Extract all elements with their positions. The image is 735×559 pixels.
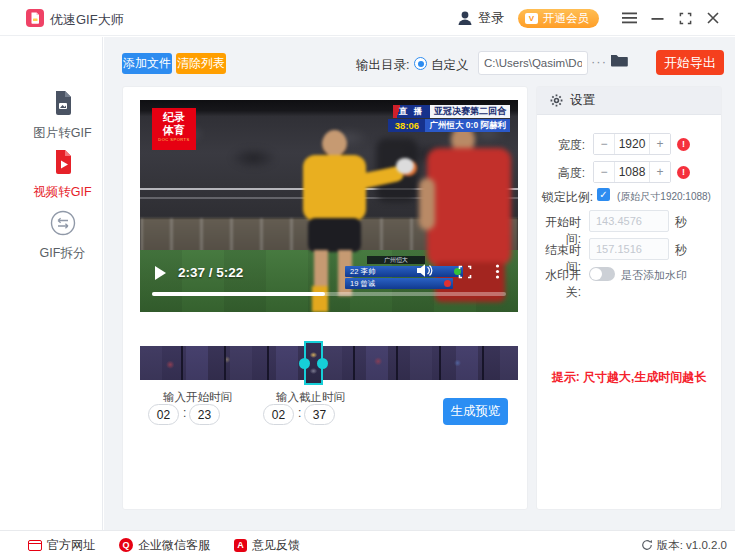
substitution-player-in: 22 李帅: [345, 266, 463, 277]
video-player: 纪录 体育 DOC SPORTS 直 播 亚冠决赛第二回合 38:06 广州恒大…: [140, 100, 518, 312]
custom-dir-label[interactable]: 自定义: [431, 57, 469, 74]
open-folder-icon[interactable]: [610, 52, 628, 68]
fullscreen-icon[interactable]: [458, 265, 472, 279]
menu-button[interactable]: [615, 0, 643, 36]
feedback-link[interactable]: A 意见反馈: [234, 537, 300, 554]
volume-icon[interactable]: [416, 263, 433, 278]
add-file-button[interactable]: 添加文件: [122, 53, 172, 74]
start-export-button[interactable]: 开始导出: [656, 50, 724, 75]
sidebar-item-label: GIF拆分: [22, 245, 103, 262]
feedback-label: 意见反馈: [252, 537, 300, 554]
live-badge: 直 播: [393, 105, 430, 118]
timeline-selection[interactable]: [304, 341, 323, 385]
version-info: 版本: v1.0.2.0: [641, 538, 727, 553]
sidebar-item-image-to-gif[interactable]: 图片转GIF: [0, 90, 103, 142]
height-value[interactable]: 1088: [614, 162, 650, 182]
wechat-service-label: 企业微信客服: [138, 537, 210, 554]
user-icon: [457, 10, 473, 26]
sidebar: 图片转GIF 视频转GIF GIF拆分: [0, 37, 103, 530]
output-path-input[interactable]: [478, 51, 588, 75]
end-time-value-input[interactable]: [589, 238, 669, 260]
sidebar-item-video-to-gif[interactable]: 视频转GIF: [0, 149, 103, 201]
lock-ratio-checkbox[interactable]: ✓: [597, 188, 610, 201]
feedback-icon: A: [234, 539, 247, 552]
custom-dir-radio[interactable]: [414, 57, 427, 70]
start-second-input[interactable]: [189, 404, 220, 425]
refresh-icon[interactable]: [641, 539, 653, 551]
sidebar-item-label: 图片转GIF: [22, 125, 103, 142]
start-minute-input[interactable]: [148, 404, 179, 425]
login-button[interactable]: 登录: [457, 9, 504, 27]
wechat-service-icon: Q: [119, 538, 133, 552]
match-clock: 38:06: [388, 119, 425, 132]
app-window: 优速GIF大师 登录 V 开通会员: [0, 0, 735, 559]
browse-more-button[interactable]: ···: [591, 54, 607, 69]
height-warning-icon: !: [677, 166, 690, 179]
goalkeeper-glove: [396, 158, 414, 174]
end-second-input[interactable]: [304, 404, 335, 425]
close-button[interactable]: [699, 0, 727, 36]
footer-bar: 官方网址 Q 企业微信客服 A 意见反馈 版本: v1.0.2.0: [0, 530, 735, 559]
settings-title: 设置: [570, 92, 595, 109]
generate-preview-button[interactable]: 生成预览: [443, 398, 508, 425]
vip-badge-icon: V: [525, 13, 538, 24]
wechat-service-link[interactable]: Q 企业微信客服: [119, 537, 210, 554]
watermark-toggle[interactable]: [589, 267, 615, 281]
match-title: 亚冠决赛第二回合: [430, 105, 510, 118]
titlebar-actions: 登录 V 开通会员: [457, 0, 735, 36]
height-stepper: − 1088 +: [593, 161, 671, 183]
player-in-label: 22 李帅: [350, 267, 375, 276]
vip-button[interactable]: V 开通会员: [518, 9, 599, 28]
channel-logo-line1: 纪录: [152, 111, 196, 124]
split-arrows-icon: [50, 210, 76, 236]
size-hint-text: 提示: 尺寸越大,生成时间越长: [537, 369, 721, 386]
settings-header: 设置: [537, 87, 721, 115]
channel-logo-subtext: DOC SPORTS: [152, 137, 196, 143]
progress-bar[interactable]: [152, 292, 506, 296]
height-minus-button[interactable]: −: [594, 162, 614, 182]
red-player-shirt: [427, 148, 511, 266]
original-size-text: (原始尺寸1920:1088): [617, 190, 711, 204]
channel-logo-line2: 体育: [152, 124, 196, 137]
lock-ratio-label: 锁定比例:: [537, 189, 593, 206]
width-warning-icon: !: [677, 138, 690, 151]
substitution-overlay: 广州恒大 22 李帅 19 曾诚: [345, 256, 463, 289]
more-options-icon[interactable]: [495, 264, 500, 279]
play-button[interactable]: [155, 266, 166, 280]
sidebar-item-label: 视频转GIF: [22, 184, 103, 201]
scoreboard: 直 播 亚冠决赛第二回合 38:06 广州恒大 0:0 阿赫利: [388, 105, 510, 133]
selection-handle-left[interactable]: [299, 358, 310, 369]
start-time-label: 输入开始时间: [163, 390, 232, 405]
sidebar-item-gif-split[interactable]: GIF拆分: [0, 210, 103, 262]
goalkeeper-shorts: [308, 218, 361, 252]
maximize-button[interactable]: [671, 0, 699, 36]
goalkeeper-shirt: [303, 155, 366, 221]
app-title: 优速GIF大师: [50, 11, 124, 29]
official-website-link[interactable]: 官方网址: [28, 537, 95, 554]
selection-handle-right[interactable]: [317, 358, 328, 369]
goalkeeper-sock: [312, 286, 328, 312]
start-time-value-input[interactable]: [589, 210, 669, 232]
settings-panel: 设置 宽度: − 1920 + ! 高度: − 1088 + ! 锁定比例: ✓…: [536, 86, 722, 510]
width-minus-button[interactable]: −: [594, 134, 614, 154]
login-label: 登录: [478, 9, 504, 27]
sub-out-dot: [444, 280, 451, 287]
colon-separator: :: [298, 406, 301, 420]
width-plus-button[interactable]: +: [650, 134, 670, 154]
red-player-arm: [419, 178, 435, 230]
end-time-label: 输入截止时间: [276, 390, 345, 405]
colon-separator: :: [183, 406, 186, 420]
video-file-icon: [52, 149, 74, 175]
minimize-icon: [651, 12, 664, 25]
vip-label: 开通会员: [543, 11, 589, 26]
score-line: 广州恒大 0:0 阿赫利: [425, 119, 510, 132]
timeline-filmstrip[interactable]: [140, 346, 518, 380]
end-minute-input[interactable]: [263, 404, 294, 425]
watermark-text: 是否添加水印: [621, 268, 687, 283]
minimize-button[interactable]: [643, 0, 671, 36]
progress-fill: [152, 292, 325, 296]
height-plus-button[interactable]: +: [650, 162, 670, 182]
version-label: 版本: v1.0.2.0: [657, 538, 727, 553]
width-value[interactable]: 1920: [614, 134, 650, 154]
clear-list-button[interactable]: 清除列表: [176, 53, 226, 74]
